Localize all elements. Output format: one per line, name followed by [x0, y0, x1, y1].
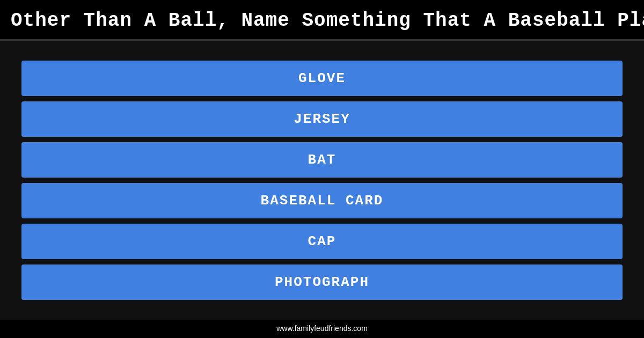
- answer-button-glove[interactable]: GLOVE: [21, 61, 623, 96]
- question-text: Other Than A Ball, Name Something That A…: [11, 10, 633, 32]
- answer-button-jersey[interactable]: JERSEY: [21, 101, 623, 137]
- question-bar: Other Than A Ball, Name Something That A…: [0, 0, 644, 41]
- footer-url: www.familyfeudfriends.com: [276, 324, 368, 333]
- answers-container: GLOVEJERSEYBATBASEBALL CARDCAPPHOTOGRAPH: [0, 41, 644, 320]
- answer-button-bat[interactable]: BAT: [21, 142, 623, 178]
- answer-label-baseball-card: BASEBALL CARD: [261, 193, 384, 209]
- answer-label-cap: CAP: [308, 233, 336, 249]
- answer-label-jersey: JERSEY: [294, 111, 350, 127]
- answer-label-glove: GLOVE: [298, 70, 346, 86]
- answer-button-baseball-card[interactable]: BASEBALL CARD: [21, 183, 623, 218]
- answer-label-photograph: PHOTOGRAPH: [275, 274, 369, 290]
- answer-button-cap[interactable]: CAP: [21, 224, 623, 259]
- footer: www.familyfeudfriends.com: [0, 320, 644, 338]
- answer-button-photograph[interactable]: PHOTOGRAPH: [21, 264, 623, 300]
- answer-label-bat: BAT: [308, 152, 336, 168]
